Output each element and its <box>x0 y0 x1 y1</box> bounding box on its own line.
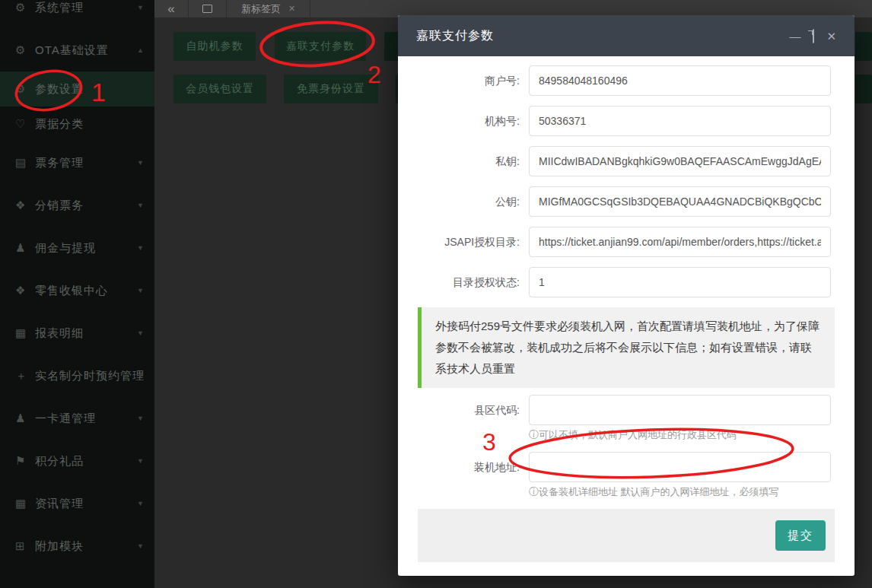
sidebar-item-label: 系统管理 <box>35 1 84 15</box>
county-code-hint: ⓘ可以不填，默认商户入网地址的行政县区代码 <box>529 428 831 442</box>
distribution-ticketing-icon: ❖ <box>15 199 35 212</box>
sidebar-item-label: OTA基础设置 <box>35 43 109 58</box>
org-no-row: 机构号: <box>398 106 831 136</box>
sidebar-item-ticket-management[interactable]: ▤票务管理▼ <box>0 141 154 184</box>
install-address-label: 装机地址: <box>398 452 529 499</box>
chevron-down-icon: ▼ <box>137 457 144 465</box>
ota-basic-settings-icon: ⚙ <box>15 43 35 57</box>
sidebar-item-label: 报表明细 <box>35 326 84 341</box>
jsapi-dir-row: JSAPI授权目录: <box>398 227 831 257</box>
tab-new-page[interactable]: 新标签页 ✕ <box>227 0 310 17</box>
chevron-down-icon: ▼ <box>137 159 144 167</box>
sidebar-item-distribution-ticketing[interactable]: ❖分销票务▼ <box>0 184 154 227</box>
hidden-button-right-row1[interactable] <box>855 32 872 61</box>
home-icon <box>202 5 212 13</box>
chevron-down-icon: ▼ <box>137 542 144 550</box>
sidebar-item-label: 参数设置 <box>35 82 84 97</box>
install-address-row: 装机地址: ⓘ设备装机详细地址 默认商户的入网详细地址，必须填写 <box>398 452 831 499</box>
chevron-down-icon: ▼ <box>137 287 144 294</box>
chevron-down-icon: ▼ <box>137 372 144 380</box>
sidebar-item-report-details[interactable]: ▦报表明细▼ <box>0 312 154 354</box>
county-code-row: 县区代码: ⓘ可以不填，默认商户入网地址的行政县区代码 <box>398 395 831 442</box>
sidebar-item-points-gifts[interactable]: ⚑积分礼品▼ <box>0 440 154 482</box>
sidebar-item-label: 附加模块 <box>35 539 84 554</box>
jialian-pay-params-dialog: 嘉联支付参数 — ✕ 商户号: 机构号: 私钥: 公钥: JSAPI授权目录: <box>398 15 854 576</box>
close-icon[interactable]: ✕ <box>826 30 836 42</box>
chevron-down-icon: ▼ <box>137 244 144 252</box>
submit-button[interactable]: 提交 <box>775 520 826 551</box>
onecard-management-icon: ♟ <box>15 412 35 425</box>
dir-auth-status-input[interactable] <box>529 267 831 297</box>
sidebar-item-label: 票务管理 <box>35 156 84 170</box>
sidebar-item-addon-modules[interactable]: ⊞附加模块▼ <box>0 525 154 567</box>
sidebar-item-news-management[interactable]: ▦资讯管理▼ <box>0 482 154 525</box>
public-key-label: 公钥: <box>398 186 529 217</box>
sidebar-item-parameter-settings[interactable]: ⚙参数设置 <box>0 72 154 106</box>
fullscreen-box-icon <box>813 29 814 43</box>
private-key-input[interactable] <box>529 146 831 176</box>
sidebar-item-label: 分销票务 <box>35 199 84 213</box>
county-code-input[interactable] <box>529 395 831 425</box>
chevron-down-icon: ▼ <box>137 415 144 422</box>
dir-auth-status-row: 目录授权状态: <box>398 267 831 297</box>
sidebar-item-label: 资讯管理 <box>35 497 84 511</box>
sidebar-item-realname-timeslot-reservation[interactable]: ＋实名制分时预约管理▼ <box>0 354 154 397</box>
chevron-up-icon: ▲ <box>137 46 144 54</box>
merchant-no-input[interactable] <box>529 65 831 96</box>
jsapi-dir-label: JSAPI授权目录: <box>398 227 529 257</box>
ticket-category-icon: ♡ <box>15 117 35 131</box>
realname-timeslot-reservation-icon: ＋ <box>15 369 35 383</box>
sidebar-item-system-management[interactable]: ⚙系统管理▼ <box>0 0 154 29</box>
member-wallet-settings-button[interactable]: 会员钱包设置 <box>173 75 266 103</box>
dialog-body: 商户号: 机构号: 私钥: 公钥: JSAPI授权目录: 目录授权状态: 外接码… <box>398 56 854 562</box>
sidebar-item-label: 零售收银中心 <box>35 284 108 298</box>
retail-cashier-center-icon: ❖ <box>15 284 35 297</box>
private-key-label: 私钥: <box>398 146 529 176</box>
tab-close-icon[interactable]: ✕ <box>288 4 295 14</box>
home-tab-icon[interactable] <box>189 0 227 17</box>
minimize-icon[interactable]: — <box>789 30 800 42</box>
system-management-icon: ⚙ <box>15 1 35 14</box>
fullscreen-icon[interactable] <box>813 30 814 42</box>
merchant-no-label: 商户号: <box>398 65 529 96</box>
hidden-button-right-row2[interactable] <box>855 75 872 103</box>
selfservice-params-button[interactable]: 自助机参数 <box>173 32 256 61</box>
public-key-row: 公钥: <box>398 186 831 217</box>
points-gifts-icon: ⚑ <box>15 454 35 468</box>
sidebar-item-retail-cashier-center[interactable]: ❖零售收银中心▼ <box>0 269 154 312</box>
dialog-footer: 提交 <box>418 509 835 562</box>
dialog-header[interactable]: 嘉联支付参数 — ✕ <box>398 15 854 56</box>
org-no-label: 机构号: <box>398 106 529 136</box>
sidebar-item-commission-and-withdrawal[interactable]: ♟佣金与提现▼ <box>0 227 154 269</box>
sidebar: ⚙系统管理▼⚙OTA基础设置▲⚙参数设置♡票据分类▤票务管理▼❖分销票务▼♟佣金… <box>0 0 154 588</box>
sidebar-nav: ⚙系统管理▼⚙OTA基础设置▲⚙参数设置♡票据分类▤票务管理▼❖分销票务▼♟佣金… <box>0 0 154 567</box>
parameter-settings-icon: ⚙ <box>15 82 35 96</box>
install-notice: 外接码付259号文件要求必须装机入网，首次配置请填写装机地址，为了保障参数不会被… <box>418 307 835 388</box>
sidebar-item-onecard-management[interactable]: ♟一卡通管理▼ <box>0 397 154 440</box>
sidebar-item-label: 实名制分时预约管理 <box>35 369 145 383</box>
dir-auth-status-label: 目录授权状态: <box>398 267 529 297</box>
addon-modules-icon: ⊞ <box>15 539 35 553</box>
dialog-title: 嘉联支付参数 <box>416 28 494 44</box>
chevron-down-icon: ▼ <box>137 500 144 507</box>
sidebar-item-label: 一卡通管理 <box>35 412 96 426</box>
sidebar-item-ota-basic-settings[interactable]: ⚙OTA基础设置▲ <box>0 29 154 72</box>
report-details-icon: ▦ <box>15 326 35 340</box>
free-ticket-identity-button[interactable]: 免票身份设置 <box>284 75 378 103</box>
jsapi-dir-input[interactable] <box>529 227 831 257</box>
jialian-pay-params-button[interactable]: 嘉联支付参数 <box>275 32 366 61</box>
tab-label: 新标签页 <box>241 2 281 16</box>
sidebar-item-ticket-category[interactable]: ♡票据分类 <box>0 106 154 141</box>
chevron-down-icon: ▼ <box>137 4 144 11</box>
commission-and-withdrawal-icon: ♟ <box>15 241 35 255</box>
install-address-input[interactable] <box>529 452 831 482</box>
sidebar-item-label: 积分礼品 <box>35 454 84 469</box>
public-key-input[interactable] <box>529 186 831 217</box>
chevron-down-icon: ▼ <box>137 202 144 209</box>
ticket-management-icon: ▤ <box>15 156 35 170</box>
install-address-hint: ⓘ设备装机详细地址 默认商户的入网详细地址，必须填写 <box>529 485 831 499</box>
collapse-sidebar-icon[interactable]: « <box>154 0 189 17</box>
org-no-input[interactable] <box>529 106 831 136</box>
sidebar-item-label: 佣金与提现 <box>35 241 96 256</box>
private-key-row: 私钥: <box>398 146 831 176</box>
